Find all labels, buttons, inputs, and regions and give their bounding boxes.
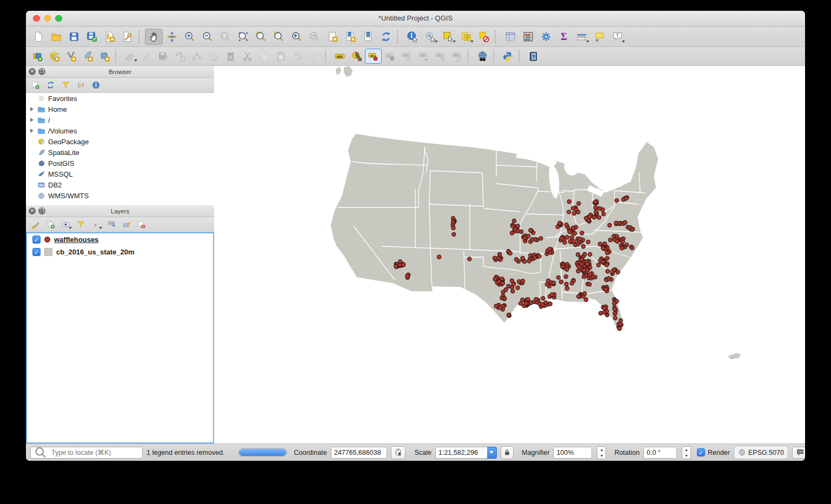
magnifier-input[interactable] (553, 447, 592, 459)
titlebar[interactable]: *Untitled Project - QGIS (26, 11, 805, 26)
messages-button[interactable] (792, 447, 805, 459)
layer-labeling-options-button[interactable] (331, 49, 348, 64)
highlight-pinned-labels-button[interactable] (382, 49, 398, 64)
zoom-to-native-resolution-button[interactable] (216, 29, 234, 45)
processing-toolbox-button[interactable] (537, 29, 555, 45)
redo-button[interactable] (306, 49, 323, 64)
browser-item-geopackage[interactable]: GeoPackage (26, 136, 214, 147)
filter-legend-by-expression-button[interactable] (89, 219, 103, 231)
layer-visibility-checkbox[interactable]: ✓ (32, 248, 41, 256)
new-virtual-layer-button[interactable] (96, 49, 113, 64)
rotation-input[interactable] (643, 447, 677, 459)
enable-properties-widget-button[interactable] (89, 79, 103, 91)
change-label-button[interactable] (449, 49, 466, 64)
browser-item--volumes[interactable]: /Volumes (26, 125, 214, 136)
zoom-in-button[interactable] (181, 29, 198, 45)
collapse-all-button[interactable] (74, 79, 88, 91)
scale-input[interactable] (435, 447, 487, 459)
run-feature-action-button[interactable] (421, 29, 439, 45)
zoom-to-selection-button[interactable] (252, 29, 270, 45)
dropdown-arrow-icon[interactable] (99, 227, 102, 229)
zoom-last-button[interactable] (288, 29, 305, 45)
open-data-source-manager-button[interactable] (29, 49, 46, 64)
close-window-button[interactable] (33, 15, 40, 22)
add-selected-layers-button[interactable] (28, 79, 42, 91)
show-layout-manager-button[interactable] (118, 29, 136, 45)
paste-features-button[interactable] (272, 49, 289, 64)
open-project-button[interactable] (47, 29, 65, 45)
new-spatialite-layer-button[interactable] (79, 49, 96, 64)
minimize-window-button[interactable] (44, 15, 51, 22)
text-annotation-button[interactable] (608, 29, 626, 45)
render-checkbox[interactable]: ✓ (697, 448, 705, 456)
layers-close-icon[interactable]: ✕ (29, 207, 36, 214)
crs-status-button[interactable]: EPSG:5070 (734, 446, 788, 459)
pan-map-button[interactable] (145, 29, 163, 45)
refresh-browser-button[interactable] (43, 79, 57, 91)
deselect-features-button[interactable] (475, 29, 493, 45)
expand-chevron-icon[interactable] (29, 129, 35, 133)
copy-features-button[interactable] (256, 49, 272, 64)
measure-line-button[interactable] (573, 29, 590, 45)
dropdown-arrow-icon[interactable] (622, 41, 625, 43)
pan-map-to-selection-button[interactable] (163, 29, 181, 45)
map-tips-button[interactable] (590, 29, 608, 45)
select-features-button[interactable] (439, 29, 457, 45)
magnifier-stepper[interactable]: ▲▼ (597, 446, 606, 459)
new-geopackage-layer-button[interactable] (46, 49, 63, 64)
statistical-summary-button[interactable] (555, 29, 573, 45)
refresh-map-button[interactable] (377, 29, 395, 45)
show-spatial-bookmarks-button[interactable] (341, 29, 359, 45)
filter-browser-button[interactable] (58, 79, 72, 91)
field-calculator-button[interactable] (519, 29, 537, 45)
dropdown-arrow-icon[interactable] (134, 59, 137, 62)
toggle-editing-button[interactable] (138, 49, 155, 64)
delete-selected-button[interactable] (222, 49, 239, 64)
save-layer-edits-button[interactable] (155, 49, 172, 64)
save-project-button[interactable] (65, 29, 83, 45)
save-project-as-button[interactable] (83, 29, 101, 45)
current-edits-button[interactable] (122, 49, 138, 64)
select-features-by-value-button[interactable] (457, 29, 475, 45)
zoom-window-button[interactable] (55, 15, 62, 22)
browser-close-icon[interactable]: ✕ (29, 68, 36, 75)
show-bookmarks-manager-button[interactable] (359, 29, 377, 45)
cut-features-button[interactable] (239, 49, 256, 64)
new-spatial-bookmark-button[interactable] (323, 29, 341, 45)
layer-diagram-options-button[interactable] (348, 49, 365, 64)
collapse-all-layers-button[interactable] (119, 219, 133, 231)
scale-combobox[interactable] (435, 447, 497, 459)
scale-lock-button[interactable] (501, 446, 514, 459)
expand-all-button[interactable] (104, 219, 118, 231)
expand-chevron-icon[interactable] (29, 118, 35, 122)
browser-item-wms-wmts[interactable]: WMS/WMTS (26, 190, 214, 201)
metasearch-button[interactable] (474, 49, 491, 64)
extents-toggle-button[interactable] (391, 446, 405, 459)
zoom-to-layer-button[interactable] (270, 29, 288, 45)
dropdown-arrow-icon[interactable] (69, 227, 72, 229)
pin-unpin-labels-button[interactable] (365, 49, 382, 64)
python-console-button[interactable] (500, 49, 516, 64)
browser-item-postgis[interactable]: PostGIS (26, 158, 214, 169)
new-print-layout-button[interactable] (101, 29, 118, 45)
vertex-tool-button[interactable] (189, 49, 205, 64)
browser-float-icon[interactable]: ❐ (38, 68, 45, 75)
coordinate-input[interactable] (331, 447, 387, 459)
browser-item-db2[interactable]: DB2 (26, 179, 214, 190)
identify-features-button[interactable] (403, 29, 421, 45)
move-label-button[interactable] (415, 49, 432, 64)
dropdown-arrow-icon[interactable] (586, 41, 589, 43)
browser-item-mssql[interactable]: MSSQL (26, 169, 214, 179)
rotate-label-button[interactable] (432, 49, 449, 64)
dropdown-arrow-icon[interactable] (453, 41, 456, 43)
remove-layer-button[interactable] (134, 219, 148, 231)
add-point-feature-button[interactable] (172, 49, 189, 64)
zoom-full-button[interactable] (234, 29, 252, 45)
open-attribute-table-button[interactable] (501, 29, 519, 45)
dropdown-arrow-icon[interactable] (435, 41, 438, 43)
modify-attributes-button[interactable] (205, 49, 222, 64)
browser-item-home[interactable]: Home (26, 104, 214, 115)
locator-search[interactable] (30, 447, 143, 459)
dropdown-arrow-icon[interactable] (470, 41, 474, 43)
browser-item--[interactable]: / (26, 115, 214, 125)
